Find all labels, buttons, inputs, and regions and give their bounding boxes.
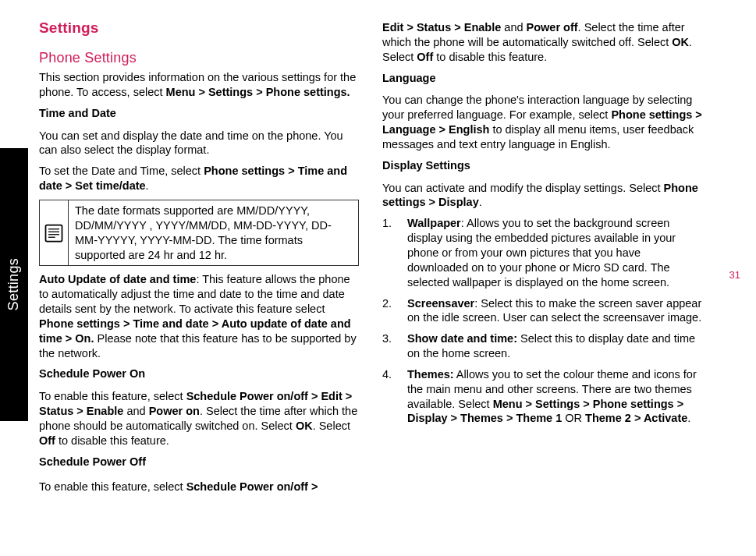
sch-on-t4: . Select bbox=[313, 420, 350, 432]
time-date-p1: You can set and display the date and tim… bbox=[39, 129, 359, 158]
list-item-show-date-time: Show date and time: Select this to displ… bbox=[382, 331, 702, 361]
li3-label: Show date and time: bbox=[407, 332, 517, 345]
li4-t3: . bbox=[687, 412, 690, 424]
schedule-on-paragraph: To enable this feature, select Schedule … bbox=[39, 389, 359, 448]
sidebar-label: Settings bbox=[5, 258, 23, 310]
li4-b2: Theme 2 > Activate bbox=[585, 412, 687, 424]
note-icon-cell bbox=[40, 200, 69, 265]
heading-display-settings: Display Settings bbox=[382, 158, 702, 173]
list-item-themes: Themes: Allows you to set the colour the… bbox=[382, 367, 702, 426]
schedule-off-continued: Edit > Status > Enable and Power off. Se… bbox=[382, 20, 702, 65]
sch-on-t2: and bbox=[123, 405, 148, 417]
heading-schedule-power-off: Schedule Power Off bbox=[39, 455, 359, 469]
li4-t2: OR bbox=[562, 412, 585, 424]
display-intro: You can activate and modify the display … bbox=[382, 181, 702, 211]
page-content: Settings Phone Settings This section pro… bbox=[39, 19, 702, 501]
schedule-off-paragraph: To enable this feature, select Schedule … bbox=[39, 480, 359, 494]
column-left: Settings Phone Settings This section pro… bbox=[39, 19, 359, 501]
list-item-wallpaper: Wallpaper: Allows you to set the backgro… bbox=[382, 216, 702, 289]
heading-language: Language bbox=[382, 71, 702, 86]
sch-on-t5: to disable this feature. bbox=[55, 434, 169, 447]
display-settings-list: Wallpaper: Allows you to set the backgro… bbox=[382, 216, 702, 426]
note-icon bbox=[43, 222, 65, 244]
cont-t1: and bbox=[501, 21, 526, 34]
cont-b4: Off bbox=[417, 51, 433, 63]
column-right: Edit > Status > Enable and Power off. Se… bbox=[382, 19, 702, 501]
sch-on-b4: Off bbox=[39, 434, 55, 447]
sch-on-t1: To enable this feature, select bbox=[39, 390, 186, 402]
sch-on-b2: Power on bbox=[149, 405, 200, 417]
note-text: The date formats supported are MM/DD/YYY… bbox=[69, 200, 358, 265]
sidebar-tab: Settings bbox=[0, 148, 28, 421]
sch-on-b3: OK bbox=[296, 420, 313, 432]
heading-phone-settings: Phone Settings bbox=[39, 49, 359, 67]
li1-label: Wallpaper bbox=[407, 217, 461, 229]
note-box: The date formats supported are MM/DD/YYY… bbox=[39, 200, 359, 266]
disp-t2: . bbox=[479, 196, 482, 208]
li4-label: Themes: bbox=[407, 368, 454, 381]
svg-rect-0 bbox=[46, 225, 62, 241]
sch-off-t1: To enable this feature, select bbox=[39, 480, 186, 493]
disp-t1: You can activate and modify the display … bbox=[382, 182, 664, 194]
heading-time-and-date: Time and Date bbox=[39, 106, 359, 121]
language-paragraph: You can change the phone's interaction l… bbox=[382, 93, 702, 151]
heading-settings: Settings bbox=[39, 19, 359, 38]
time-date-p2-text: To set the Date and Time, select bbox=[39, 165, 204, 177]
time-date-p2-end: . bbox=[146, 179, 149, 192]
page-number: 31 bbox=[729, 269, 740, 282]
intro-paragraph: This section provides information on the… bbox=[39, 70, 359, 100]
cont-t4: to disable this feature. bbox=[433, 51, 547, 63]
cont-b3: OK bbox=[672, 36, 689, 48]
cont-b2: Power off bbox=[527, 21, 578, 34]
intro-path: Menu > Settings > Phone settings. bbox=[166, 86, 350, 98]
auto-update-paragraph: Auto Update of date and time: This featu… bbox=[39, 272, 359, 360]
list-item-screensaver: Screensaver: Select this to make the scr… bbox=[382, 296, 702, 326]
time-date-p2: To set the Date and Time, select Phone s… bbox=[39, 164, 359, 193]
heading-schedule-power-on: Schedule Power On bbox=[39, 367, 359, 381]
li2-label: Screensaver bbox=[407, 297, 474, 310]
sch-off-b1: Schedule Power on/off > bbox=[186, 480, 318, 493]
cont-b1: Edit > Status > Enable bbox=[382, 21, 501, 34]
auto-update-label: Auto Update of date and time bbox=[39, 273, 196, 285]
